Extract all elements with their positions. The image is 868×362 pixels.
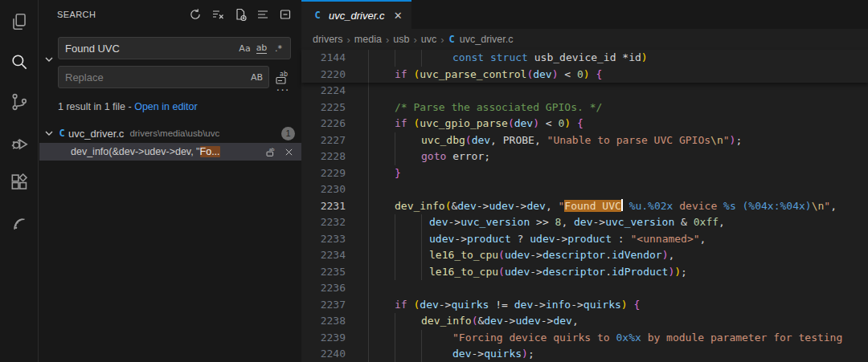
- search-input[interactable]: Found UVC Aaab.*: [58, 37, 291, 59]
- search-match-highlight: Found UVC: [564, 200, 620, 212]
- search-icon[interactable]: [6, 48, 33, 75]
- breadcrumb-item[interactable]: media: [354, 34, 382, 45]
- explorer-icon[interactable]: [6, 8, 33, 35]
- c-file-icon: C: [55, 128, 68, 139]
- code-line-2231[interactable]: 2231dev_info(&dev->udev->dev, "Found UVC…: [301, 198, 868, 215]
- line-number: 2224: [301, 83, 346, 100]
- chevron-down-icon[interactable]: [43, 127, 55, 140]
- search-result-match-row[interactable]: dev_info(&dev->udev->dev, "Fo... ab: [39, 143, 301, 161]
- match-case-toggle[interactable]: Aa: [236, 40, 253, 56]
- search-panel-title: SEARCH: [57, 10, 187, 19]
- line-number: 2240: [301, 346, 346, 362]
- preserve-case-toggle[interactable]: AB: [248, 69, 265, 85]
- whole-word-toggle[interactable]: ab: [253, 40, 270, 56]
- search-panel-actions: [187, 6, 293, 22]
- tab-uvc-driver[interactable]: C uvc_driver.c ✕: [301, 0, 411, 29]
- svg-text:ab: ab: [280, 71, 288, 78]
- results-count-text: 1 result in 1 file -: [58, 101, 134, 112]
- tab-label: uvc_driver.c: [329, 10, 385, 22]
- breadcrumb-separator: ›: [440, 34, 444, 46]
- c-file-icon: C: [311, 10, 324, 21]
- c-file-icon: C: [449, 34, 455, 45]
- new-search-editor-icon[interactable]: [232, 6, 248, 22]
- code-line-2233[interactable]: 2233udev->product ? udev->product : "<un…: [301, 231, 868, 248]
- breadcrumb-item[interactable]: uvc: [421, 34, 436, 45]
- breadcrumb[interactable]: drivers›media›usb›uvc›Cuvc_driver.c: [301, 29, 868, 50]
- search-panel-header: SEARCH: [39, 0, 301, 28]
- code-line-2232[interactable]: 2232dev->uvc_version >> 8, dev->uvc_vers…: [301, 214, 868, 231]
- code-line-2236[interactable]: 2236: [301, 280, 868, 297]
- search-sidebar: SEARCH Found UVC Aaab.* Replace AB ab ··…: [39, 0, 301, 362]
- code-line-2227[interactable]: 2227uvc_dbg(dev, PROBE, "Unable to parse…: [301, 132, 868, 149]
- tab-bar: C uvc_driver.c ✕: [301, 0, 868, 29]
- breadcrumb-separator: ›: [386, 34, 389, 46]
- extensions-icon[interactable]: [6, 169, 33, 196]
- code-line-2240[interactable]: 2240dev->quirks);: [301, 346, 868, 362]
- sticky-line-2220[interactable]: 2220if (uvc_parse_control(dev) < 0) {: [301, 67, 868, 83]
- code-area[interactable]: 22242225/* Parse the associated GPIOs. *…: [301, 83, 868, 362]
- sticky-scroll: 2144const struct usb_device_id *id)2220i…: [301, 50, 868, 83]
- line-number: 2236: [301, 280, 346, 297]
- line-number: 2220: [301, 67, 346, 83]
- activity-bar: [0, 0, 39, 362]
- result-file-path: drivers\media\usb\uvc: [129, 128, 281, 138]
- dismiss-match-icon[interactable]: [282, 145, 295, 158]
- line-number: 2229: [301, 165, 346, 182]
- svg-text:ab: ab: [268, 147, 274, 152]
- open-in-editor-link[interactable]: Open in editor: [134, 101, 198, 112]
- code-line-2239[interactable]: 2239"Forcing device quirks to 0x%x by mo…: [301, 330, 868, 347]
- line-number: 2225: [301, 100, 346, 116]
- breadcrumb-file[interactable]: uvc_driver.c: [460, 34, 514, 45]
- code-line-2228[interactable]: 2228goto error;: [301, 148, 868, 165]
- line-number: 2239: [301, 330, 346, 347]
- toggle-search-details-button[interactable]: ···: [274, 84, 292, 97]
- line-number: 2231: [301, 198, 346, 215]
- line-number: 2230: [301, 181, 346, 198]
- line-number: 2226: [301, 116, 346, 132]
- code-line-2234[interactable]: 2234le16_to_cpu(udev->descriptor.idVendo…: [301, 247, 868, 264]
- regex-toggle[interactable]: .*: [270, 40, 287, 56]
- code-line-2238[interactable]: 2238dev_info(&dev->udev->dev,: [301, 313, 868, 330]
- code-line-2237[interactable]: 2237if (dev->quirks != dev->info->quirks…: [301, 297, 868, 314]
- sticky-line-2144[interactable]: 2144const struct usb_device_id *id): [301, 50, 868, 67]
- search-input-value[interactable]: Found UVC: [65, 43, 236, 55]
- code-line-2229[interactable]: 2229}: [301, 165, 868, 182]
- vscode-window: SEARCH Found UVC Aaab.* Replace AB ab ··…: [0, 0, 868, 362]
- result-match-text[interactable]: dev_info(&dev->udev->dev, "Fo...: [71, 146, 264, 157]
- breadcrumb-item[interactable]: usb: [393, 34, 409, 45]
- line-number: 2228: [301, 148, 346, 165]
- breadcrumb-item[interactable]: drivers: [313, 34, 343, 45]
- result-file-name: uvc_driver.c: [68, 128, 124, 140]
- line-number: 2237: [301, 297, 346, 314]
- replace-input[interactable]: Replace AB: [58, 66, 269, 88]
- editor-group: C uvc_driver.c ✕ drivers›media›usb›uvc›C…: [301, 0, 868, 362]
- breadcrumb-separator: ›: [347, 34, 350, 46]
- source-control-icon[interactable]: [6, 88, 33, 116]
- toggle-replace-chevron-icon[interactable]: [43, 53, 55, 66]
- clear-results-icon[interactable]: [210, 6, 226, 22]
- collapse-icon[interactable]: [277, 6, 293, 22]
- replace-input-placeholder[interactable]: Replace: [65, 71, 248, 83]
- result-match-highlight: Fo...: [200, 146, 220, 157]
- code-line-2230[interactable]: 2230: [301, 181, 868, 198]
- code-line-2226[interactable]: 2226if (uvc_gpio_parse(dev) < 0) {: [301, 116, 868, 132]
- code-line-2224[interactable]: 2224: [301, 83, 868, 100]
- line-number: 2235: [301, 264, 346, 281]
- tab-close-icon[interactable]: ✕: [391, 8, 405, 22]
- code-line-2235[interactable]: 2235le16_to_cpu(udev->descriptor.idProdu…: [301, 264, 868, 281]
- expand-all-icon[interactable]: [255, 6, 271, 22]
- breadcrumb-separator: ›: [413, 34, 416, 46]
- result-count-badge: 1: [281, 127, 295, 140]
- line-number: 2232: [301, 214, 346, 231]
- replace-match-icon[interactable]: ab: [264, 145, 277, 158]
- espressif-icon[interactable]: [6, 209, 33, 236]
- search-option-toggles: Aaab.*: [236, 40, 287, 56]
- code-line-2225[interactable]: 2225/* Parse the associated GPIOs. */: [301, 100, 868, 116]
- search-result-file-row[interactable]: C uvc_driver.c drivers\media\usb\uvc 1: [39, 124, 301, 142]
- line-number: 2234: [301, 247, 346, 264]
- run-debug-icon[interactable]: [6, 128, 33, 156]
- line-number: 2144: [301, 50, 346, 67]
- search-results-summary: 1 result in 1 file - Open in editor: [58, 101, 198, 112]
- line-number: 2227: [301, 132, 346, 149]
- refresh-icon[interactable]: [187, 6, 203, 22]
